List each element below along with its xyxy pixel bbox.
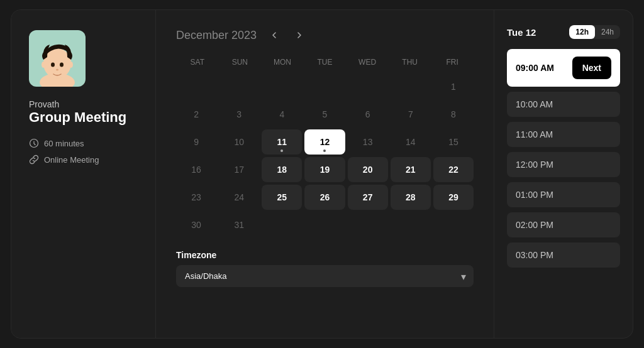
calendar-day[interactable]: 21: [391, 157, 431, 182]
time-slot[interactable]: 01:00 PM: [507, 182, 620, 207]
calendar-day: [348, 212, 388, 237]
calendar-day[interactable]: 14: [391, 129, 431, 155]
day-header-sun: SUN: [219, 55, 262, 69]
prev-month-button[interactable]: [267, 28, 282, 43]
calendar-day[interactable]: 8: [433, 102, 474, 127]
calendar-title: December 2023: [176, 29, 257, 42]
time-slot[interactable]: 02:00 PM: [507, 212, 620, 237]
svg-point-6: [69, 62, 73, 68]
svg-point-2: [51, 63, 55, 67]
calendar-day: [391, 74, 431, 99]
calendar-day[interactable]: 16: [176, 157, 216, 182]
duration-meta: 60 minutes: [29, 138, 138, 148]
calendar-day[interactable]: 29: [433, 185, 474, 210]
calendar-day[interactable]: 3: [219, 102, 259, 127]
next-button[interactable]: Next: [572, 57, 611, 79]
calendar-day[interactable]: 6: [348, 102, 388, 127]
calendar-day[interactable]: 1: [433, 74, 474, 99]
calendar-grid: SAT SUN MON TUE WED THU FRI 123456789101…: [176, 55, 474, 237]
timezone-wrapper: Asia/Dhaka UTC America/New_York Europe/L…: [176, 265, 474, 287]
day-header-thu: THU: [389, 55, 431, 69]
calendar-day[interactable]: 20: [348, 157, 388, 182]
calendar-year: 2023: [231, 29, 257, 41]
calendar-days: 1234567891011121314151617181920212223242…: [176, 74, 474, 237]
calendar-day: [304, 212, 345, 237]
calendar-day[interactable]: 18: [262, 157, 302, 182]
time-slot[interactable]: 03:00 PM: [507, 242, 620, 268]
format-12h-button[interactable]: 12h: [569, 25, 595, 39]
middle-panel: December 2023 SAT SUN MON TUE WED: [156, 10, 494, 338]
meeting-title: Group Meeting: [29, 109, 138, 126]
time-slot[interactable]: 12:00 PM: [507, 152, 620, 177]
right-header: Tue 12 12h 24h: [507, 25, 620, 39]
time-slot-label: 11:00 AM: [516, 129, 553, 139]
time-slot[interactable]: 09:00 AMNext: [507, 49, 620, 87]
calendar-day[interactable]: 19: [304, 157, 345, 182]
day-headers: SAT SUN MON TUE WED THU FRI: [176, 55, 474, 69]
format-24h-button[interactable]: 24h: [595, 25, 620, 39]
time-slot-label: 10:00 AM: [516, 99, 553, 109]
calendar-day[interactable]: 30: [176, 212, 216, 237]
clock-icon: [29, 138, 39, 148]
calendar-day[interactable]: 9: [176, 129, 216, 155]
calendar-day: [219, 74, 259, 99]
calendar-day[interactable]: 13: [348, 129, 388, 155]
calendar-day[interactable]: 5: [304, 102, 345, 127]
calendar-day: [304, 74, 345, 99]
selected-date-label: Tue 12: [507, 27, 536, 38]
calendar-day[interactable]: 22: [433, 157, 474, 182]
calendar-day[interactable]: 23: [176, 185, 216, 210]
calendar-day[interactable]: 10: [219, 129, 259, 155]
day-header-mon: MON: [261, 55, 304, 69]
time-slots-list: 09:00 AMNext10:00 AM11:00 AM12:00 PM01:0…: [507, 49, 620, 323]
meeting-type-label: Online Meeting: [44, 155, 99, 165]
timezone-section: Timezone Asia/Dhaka UTC America/New_York…: [176, 250, 474, 287]
calendar-day: [391, 212, 431, 237]
calendar-day[interactable]: 12: [304, 129, 345, 155]
meta-info: 60 minutes Online Meeting: [29, 138, 138, 165]
svg-point-3: [60, 63, 64, 67]
time-format-toggle: 12h 24h: [569, 25, 620, 39]
timezone-select[interactable]: Asia/Dhaka UTC America/New_York Europe/L…: [176, 265, 474, 287]
calendar-day: [433, 212, 474, 237]
calendar-day[interactable]: 27: [348, 185, 388, 210]
meeting-type-meta: Online Meeting: [29, 155, 138, 165]
timezone-label: Timezone: [176, 250, 474, 260]
calendar-day[interactable]: 26: [304, 185, 345, 210]
user-name: Provath: [29, 99, 138, 109]
calendar-day[interactable]: 7: [391, 102, 431, 127]
calendar-day: [176, 74, 216, 99]
next-month-button[interactable]: [292, 28, 307, 43]
calendar-day: [262, 212, 302, 237]
time-slot-label: 09:00 AM: [516, 63, 554, 73]
duration-label: 60 minutes: [44, 139, 84, 148]
calendar-day[interactable]: 15: [433, 129, 474, 155]
calendar-day[interactable]: 2: [176, 102, 216, 127]
calendar-header: December 2023: [176, 28, 474, 43]
day-header-tue: TUE: [304, 55, 347, 69]
time-slot[interactable]: 10:00 AM: [507, 92, 620, 117]
day-header-fri: FRI: [431, 55, 474, 69]
calendar-day[interactable]: 28: [391, 185, 431, 210]
calendar-day[interactable]: 31: [219, 212, 259, 237]
time-slot-label: 12:00 PM: [516, 160, 553, 170]
calendar-day[interactable]: 24: [219, 185, 259, 210]
calendar-day[interactable]: 11: [262, 129, 302, 155]
svg-point-4: [56, 69, 58, 71]
calendar-day: [348, 74, 388, 99]
calendar-day[interactable]: 17: [219, 157, 259, 182]
time-slot-label: 02:00 PM: [516, 220, 553, 230]
calendar-day[interactable]: 4: [262, 102, 302, 127]
calendar-day: [262, 74, 302, 99]
time-slot[interactable]: 11:00 AM: [507, 122, 620, 147]
calendar-day[interactable]: 25: [262, 185, 302, 210]
day-header-wed: WED: [346, 55, 389, 69]
main-container: Provath Group Meeting 60 minutes Online …: [11, 9, 633, 339]
day-header-sat: SAT: [176, 55, 219, 69]
left-panel: Provath Group Meeting 60 minutes Online …: [11, 10, 156, 338]
avatar: [29, 30, 86, 87]
svg-point-5: [42, 62, 45, 68]
time-slot-label: 03:00 PM: [516, 250, 553, 260]
time-slot-label: 01:00 PM: [516, 190, 553, 200]
link-icon: [29, 155, 39, 165]
